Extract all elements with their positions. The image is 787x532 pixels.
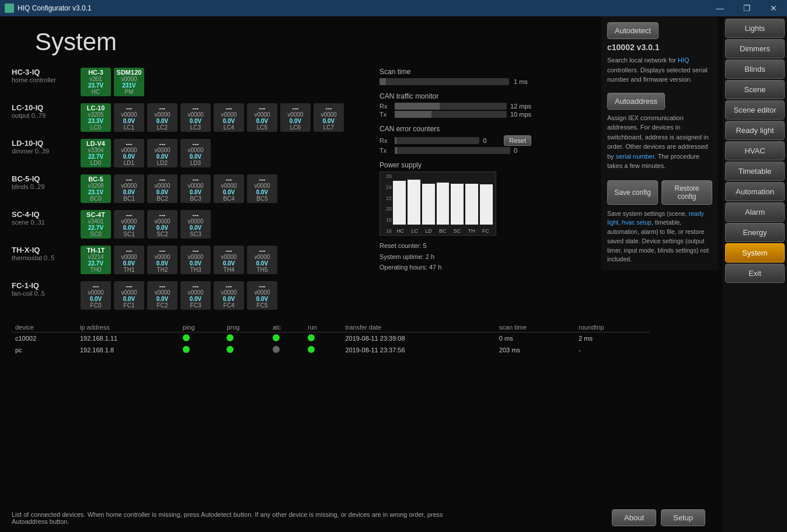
device-name: HC-3-IQ [12,68,76,76]
module-tag: BC4 [215,195,242,202]
module-ver: v0000 [249,111,276,118]
module-ver: v0000 [182,111,209,118]
table-cell: 192.168.1.8 [76,344,179,356]
can-err-rx-fill [395,137,396,144]
power-supply-label: Power supply [379,161,531,169]
module-box[interactable]: SDM120v0000231VPM [114,68,144,96]
chart-y-labels: 262422201816 [380,172,392,235]
module-tag: LC5 [249,124,276,131]
module-box[interactable]: LD-V4v330422.7VLD0 [81,139,111,167]
module-box: ---v00000.0VLC1 [114,103,144,132]
table-cell: 2 ms [575,332,650,345]
reset-button[interactable]: Reset [504,135,531,146]
chart-bars-area [393,173,493,225]
alc-dot [273,334,280,341]
device-row: TH-X-IQthermostat 0..5TH-1Tv321422.7VTH0… [12,246,362,274]
device-type: scene 0..31 [12,219,76,226]
can-tx-value: 10 mps [510,111,531,118]
module-id: BC-5 [82,176,109,183]
module-ver: v0000 [215,111,242,118]
module-id: --- [149,104,176,111]
table-header: transfer date [342,323,495,332]
chart-y-label: 22 [380,195,392,201]
module-box: ---v00000.0VSC3 [180,210,211,239]
table-cell: 2019-08-11 23:37:56 [342,344,495,356]
module-volt: 0.0V [149,260,176,267]
content: System HC-3-IQhome controllerHC-3v30123.… [0,16,787,532]
module-id: --- [116,104,142,111]
device-modules: HC-3v30123.7VHCSDM120v0000231VPM [81,68,144,96]
module-id: --- [182,176,209,183]
module-volt: 23.1V [82,189,109,195]
module-box: ---v00000.0VFC4 [214,281,244,310]
setup-button[interactable]: Setup [661,509,705,526]
minimize-button[interactable]: — [706,0,733,16]
module-volt: 0.0V [215,260,242,267]
device-name: FC-1-IQ [12,281,76,290]
table-cell-status [269,332,304,345]
device-row: LC-10-IQoutput 0..79LC-10v320523.3VLC0--… [12,103,362,132]
can-monitor-label: CAN traffic monitor [379,92,531,100]
module-ver: v0000 [249,254,276,260]
device-label: FC-1-IQfan-coil 0..5 [12,281,76,297]
table-cell: c10002 [12,332,76,345]
maximize-button[interactable]: ❐ [733,0,760,16]
bottom-bar: List of connected devices. When home con… [0,503,717,532]
device-type: dimmer 0..39 [12,148,76,155]
chart-bar-wrap [480,173,493,225]
module-tag: TH3 [182,267,209,273]
module-box[interactable]: SC-4Tv340122.7VSC0 [81,210,111,239]
can-monitor-section: Rx 12 mps Tx 10 mps [379,103,531,118]
module-tag: HC [82,89,109,95]
device-row: HC-3-IQhome controllerHC-3v30123.7VHCSDM… [12,68,362,96]
module-id: --- [116,176,142,183]
module-id: --- [149,211,176,218]
module-ver: v3205 [82,111,109,118]
close-button[interactable]: ✕ [760,0,787,16]
module-volt: 0.0V [315,118,342,124]
module-tag: BC1 [116,195,142,202]
module-volt: 0.0V [249,260,276,267]
module-box[interactable]: BC-5v320823.1VBC0 [81,174,111,203]
can-tx-row: Tx 10 mps [379,111,531,118]
module-box: ---v00000.0VLC2 [147,103,177,132]
ping-dot [183,346,190,353]
can-err-tx-label: Tx [379,147,391,154]
device-label: HC-3-IQhome controller [12,68,76,83]
bottom-buttons: About Setup [612,509,705,526]
module-box[interactable]: LC-10v320523.3VLC0 [81,103,111,132]
module-box[interactable]: HC-3v30123.7VHC [81,68,111,96]
scan-time-value: 1 ms [514,78,531,85]
table-cell-status [269,344,304,356]
scan-time-label: Scan time [379,68,531,76]
module-box: ---v00000.0VFC3 [180,281,211,310]
module-id: --- [215,282,242,289]
about-button[interactable]: About [612,509,656,526]
module-volt: 0.0V [249,296,276,302]
module-id: --- [116,211,142,218]
module-tag: LD3 [182,160,209,166]
module-tag: BC0 [82,195,109,202]
module-volt: 0.0V [282,118,309,124]
table-row: pc192.168.1.82019-08-11 23:37:56203 ms- [12,344,650,356]
power-chart: 262422201816 HCLCLDBCSCTHFC [379,172,496,236]
chart-bar [422,184,435,225]
can-tx-fill [395,111,431,118]
module-box: ---v00000.0VBC4 [214,174,244,203]
stat-item: Reset counter: 5 [379,240,531,251]
module-box[interactable]: TH-1Tv321422.7VTH0 [81,246,111,274]
module-ver: v3214 [82,254,109,260]
module-tag: LC3 [182,124,209,131]
module-box: ---v00000.0VLC7 [314,103,344,132]
module-tag: LC1 [116,124,142,131]
module-id: --- [116,140,142,147]
module-id: --- [182,247,209,254]
module-tag: LC2 [149,124,176,131]
module-box: ---v00000.0VLD3 [180,139,211,167]
chart-bar-wrap [393,173,406,225]
module-id: --- [315,104,342,111]
can-rx-fill [395,103,440,110]
module-tag: FC4 [215,302,242,309]
module-ver: v0000 [182,289,209,296]
chart-bar-wrap [437,173,450,225]
